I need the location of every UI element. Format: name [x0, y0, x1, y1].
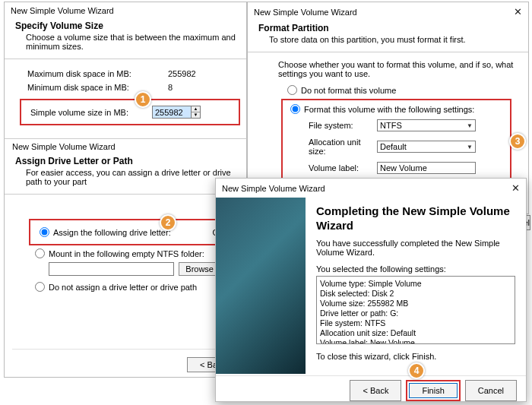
- window-title: New Simple Volume Wizard: [254, 8, 357, 17]
- completing-line1: You have successfully completed the New …: [316, 239, 515, 264]
- back-button[interactable]: < Back: [350, 380, 401, 401]
- summary-item: Volume label: New Volume: [320, 338, 511, 344]
- radio-format-label: Format this volume with the following se…: [304, 105, 474, 114]
- callout-1: 1: [135, 91, 151, 108]
- max-space-label: Maximum disk space in MB:: [5, 69, 141, 78]
- allocation-dropdown[interactable]: Default▼: [377, 141, 476, 153]
- spinner-buttons[interactable]: ▲▼: [192, 106, 201, 119]
- wizard-assign-drive: New Simple Volume Wizard Assign Drive Le…: [4, 138, 247, 378]
- title-bar: New Simple Volume Wizard ✕: [248, 2, 528, 21]
- mount-path-input: [49, 262, 174, 276]
- summary-item: Volume size: 255982 MB: [320, 299, 511, 308]
- file-system-label: File system:: [286, 121, 377, 130]
- allocation-value: Default: [380, 142, 407, 151]
- radio-format[interactable]: [290, 104, 300, 114]
- radio-assign-label: Assign the following drive letter:: [53, 228, 171, 237]
- format-prompt: Choose whether you want to format this v…: [248, 60, 528, 83]
- completing-line2: You selected the following settings:: [316, 264, 515, 276]
- title-bar: New Simple Volume Wizard: [5, 2, 246, 19]
- wizard-sidebar-graphic: [216, 198, 306, 374]
- callout-4: 4: [408, 362, 425, 379]
- window-title: New Simple Volume Wizard: [11, 6, 114, 15]
- finish-button[interactable]: Finish: [409, 383, 457, 398]
- summary-item: Allocation unit size: Default: [320, 328, 511, 338]
- heading-specify-size: Specify Volume Size: [5, 19, 246, 31]
- max-space-value: 255982: [141, 69, 196, 78]
- title-bar: New Simple Volume Wizard ✕: [216, 179, 526, 198]
- completing-line3: To close this wizard, click Finish.: [316, 344, 515, 361]
- min-space-label: Minimum disk space in MB:: [5, 83, 141, 92]
- wizard-volume-size: New Simple Volume Wizard Specify Volume …: [4, 2, 247, 138]
- volume-label-label: Volume label:: [286, 163, 377, 172]
- summary-item: File system: NTFS: [320, 318, 511, 328]
- subheading: Choose a volume size that is between the…: [5, 31, 246, 55]
- window-title: New Simple Volume Wizard: [222, 184, 325, 193]
- window-title: New Simple Volume Wizard: [5, 139, 246, 154]
- completing-heading: Completing the New Simple Volume Wizard: [316, 204, 515, 239]
- close-icon[interactable]: ✕: [511, 182, 520, 194]
- heading-assign: Assign Drive Letter or Path: [5, 154, 246, 166]
- heading-format: Format Partition: [248, 21, 528, 33]
- radio-mount[interactable]: [35, 248, 45, 258]
- cancel-button[interactable]: Cancel: [465, 380, 517, 401]
- chevron-down-icon: ▼: [467, 144, 473, 150]
- summary-item: Volume type: Simple Volume: [320, 279, 511, 289]
- radio-no-format-label: Do not format this volume: [301, 86, 396, 95]
- summary-item: Disk selected: Disk 2: [320, 289, 511, 299]
- file-system-value: NTFS: [380, 121, 402, 130]
- summary-item: Drive letter or path: G:: [320, 308, 511, 318]
- volume-size-input[interactable]: [152, 106, 192, 119]
- min-space-value: 8: [141, 83, 173, 92]
- radio-no-assign-label: Do not assign a drive letter or drive pa…: [49, 283, 197, 292]
- radio-mount-label: Mount in the following empty NTFS folder…: [49, 249, 204, 258]
- radio-no-format[interactable]: [287, 85, 297, 95]
- size-input-label: Simple volume size in MB:: [24, 108, 152, 117]
- volume-label-input[interactable]: [377, 162, 476, 174]
- callout-3: 3: [509, 133, 526, 150]
- radio-assign-letter[interactable]: [40, 227, 49, 237]
- chevron-down-icon: ▼: [467, 122, 473, 129]
- allocation-label: Allocation unit size:: [286, 138, 377, 156]
- volume-size-spinner[interactable]: ▲▼: [152, 106, 201, 119]
- file-system-dropdown[interactable]: NTFS▼: [377, 119, 476, 131]
- close-icon[interactable]: ✕: [514, 6, 522, 17]
- summary-listbox[interactable]: Volume type: Simple Volume Disk selected…: [316, 276, 515, 344]
- wizard-completing: New Simple Volume Wizard ✕ Completing th…: [215, 178, 527, 402]
- callout-2: 2: [160, 214, 176, 231]
- subheading: For easier access, you can assign a driv…: [5, 166, 246, 191]
- subheading: To store data on this partition, you mus…: [248, 33, 528, 49]
- radio-no-assign[interactable]: [35, 282, 45, 292]
- browse-button[interactable]: Browse: [179, 262, 220, 276]
